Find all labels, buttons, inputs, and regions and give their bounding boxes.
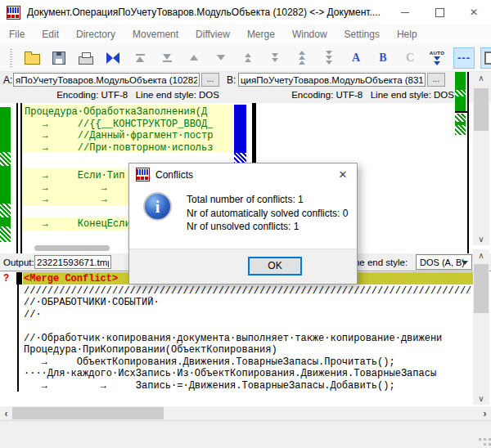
conflict-marker: ? xyxy=(3,273,9,284)
merge-scroll-down-arrow-icon[interactable]: ∨ xyxy=(473,392,489,405)
dialog-close-icon: ✕ xyxy=(339,168,348,181)
select-a-button[interactable]: A xyxy=(345,47,367,69)
menu-file[interactable]: File xyxy=(9,29,25,40)
merge-summary-line xyxy=(17,272,19,392)
file-a-browse-button[interactable]: ... xyxy=(201,73,219,87)
minimize-icon xyxy=(401,12,409,13)
diff-scrollbar-thumb[interactable] xyxy=(474,88,489,131)
bowtie-icon xyxy=(106,52,119,64)
select-b-button[interactable]: B xyxy=(372,47,394,69)
pane-a-line: → //Данный·фрагмент·постр xyxy=(25,130,232,141)
merge-vertical-scrollbar[interactable]: ∧ ∨ xyxy=(473,249,489,405)
close-button[interactable]: ✕ xyxy=(457,1,491,25)
maximize-icon xyxy=(435,8,444,17)
pane-a-border-line xyxy=(16,103,18,253)
auto-solve-button[interactable]: AUTO xyxy=(426,47,448,69)
minimize-button[interactable] xyxy=(388,1,422,25)
whitespace-dots-icon: --- xyxy=(457,54,471,62)
dialog-close-button[interactable]: ✕ xyxy=(329,164,357,186)
white-square-icon xyxy=(484,52,491,65)
menu-movement[interactable]: Movement xyxy=(133,29,178,40)
merge-line: → ОбъектКопирования.Движения.ТоварныеЗап… xyxy=(24,356,471,368)
select-c-button[interactable]: C xyxy=(399,47,421,69)
merge-line: ····Для·каждого·ИсхЗапись·Из·ОбъектКопир… xyxy=(24,368,471,379)
output-label: Output: xyxy=(3,258,34,267)
output-filename-input[interactable] xyxy=(34,255,111,269)
merge-scrollbar-thumb[interactable] xyxy=(474,264,489,313)
show-whitespace-characters-toggle[interactable]: --- xyxy=(453,47,475,69)
select-c-icon: C xyxy=(406,52,414,65)
file-a-input[interactable] xyxy=(13,73,200,87)
toolbar: A B C AUTO --- » xyxy=(0,44,491,72)
dialog-footer: OK xyxy=(129,249,357,284)
save-button[interactable] xyxy=(48,47,70,69)
goto-last-delta-button[interactable] xyxy=(156,47,178,69)
merge-line: ////////////////////////////////////////… xyxy=(24,285,471,297)
diff-horizontal-scrollbar-thumb[interactable] xyxy=(34,245,110,251)
info-icon: i xyxy=(143,192,172,221)
last-delta-icon xyxy=(163,54,172,62)
menu-edit[interactable]: Edit xyxy=(42,29,59,40)
conflicts-dialog: Conflicts ✕ i Total number of conflicts:… xyxy=(128,163,358,284)
prev-conflict-button[interactable] xyxy=(237,47,259,69)
prev-unsolved-conflict-button[interactable] xyxy=(291,47,313,69)
scroll-left-arrow-icon[interactable]: ‹ xyxy=(0,406,12,420)
file-a-encoding-label: Encoding: UTF-8 Line end style: DOS xyxy=(0,90,219,100)
file-b-browse-button[interactable]: ... xyxy=(427,73,445,87)
menu-settings[interactable]: Settings xyxy=(345,29,380,40)
file-a-label: A: xyxy=(3,74,12,86)
dialog-line-total: Total number of conflicts: 1 xyxy=(187,193,348,207)
kdiff3-app-icon xyxy=(7,6,20,20)
scroll-right-arrow-icon[interactable]: › xyxy=(479,406,491,420)
prev-unsolved-conflict-icon xyxy=(299,51,305,65)
merge-horizontal-scrollbar[interactable]: ‹ › xyxy=(0,406,491,420)
status-bar xyxy=(0,420,491,448)
menu-merge[interactable]: Merge xyxy=(247,29,275,40)
menu-window[interactable]: Window xyxy=(292,29,327,40)
resize-grip[interactable] xyxy=(479,438,481,441)
next-unsolved-conflict-icon xyxy=(326,51,332,65)
prev-delta-button[interactable] xyxy=(183,47,205,69)
diff-vertical-scrollbar[interactable]: ∧ ∨ xyxy=(473,72,489,245)
menu-directory[interactable]: Directory xyxy=(76,29,115,40)
goto-current-delta-button[interactable] xyxy=(102,47,124,69)
merge-scroll-up-arrow-icon[interactable]: ∧ xyxy=(473,249,489,262)
merge-line: //·ОБРАБОТЧИКИ·СОБЫТИЙ· xyxy=(24,297,471,308)
merge-output-pane: ? <Merge Conflict> /////////////////////… xyxy=(0,271,491,407)
next-conflict-button[interactable] xyxy=(264,47,286,69)
kdiff3-dialog-icon xyxy=(136,168,150,181)
pane-a-line: → //При·повторном·использ xyxy=(25,142,232,154)
file-b-input[interactable] xyxy=(238,73,426,87)
pane-a-line: → //{{__КОНСТРУКТОР_ВВОД_ xyxy=(25,119,232,130)
dropdown-caret-icon xyxy=(462,261,468,265)
select-b-icon: B xyxy=(379,52,386,65)
ok-button[interactable]: OK xyxy=(248,257,302,276)
pane-a-border-line2 xyxy=(20,103,22,253)
next-delta-button[interactable] xyxy=(210,47,232,69)
show-whitespace-toggle[interactable] xyxy=(480,47,491,69)
toolbar-drag-handle[interactable] xyxy=(10,49,12,67)
printer-icon xyxy=(79,56,93,65)
open-folder-icon xyxy=(25,54,40,65)
merge-line: → → Запись·=·Движения.ТоварныеЗапасы.Доб… xyxy=(24,380,471,392)
scroll-down-arrow-icon[interactable]: ∨ xyxy=(473,233,489,245)
merge-line: //·Обработчик·копирования·документа·выпо… xyxy=(24,333,471,344)
next-unsolved-conflict-button[interactable] xyxy=(318,47,340,69)
goto-first-delta-button[interactable] xyxy=(129,47,151,69)
select-a-icon: A xyxy=(352,52,360,65)
first-delta-icon xyxy=(136,54,145,62)
file-selector-row: A: ... B: ... xyxy=(0,72,491,88)
line-end-style-select[interactable]: DOS (A, B) xyxy=(416,254,472,270)
kdiff3-window: Документ.ОперацияПоУчетуТоваров.МодульОб… xyxy=(0,0,491,448)
next-conflict-icon xyxy=(272,53,278,62)
menu-diffview[interactable]: Diffview xyxy=(196,29,230,40)
merge-line: //· xyxy=(24,309,471,320)
print-button[interactable] xyxy=(75,47,97,69)
open-button[interactable] xyxy=(21,47,43,69)
dialog-message: Total number of conflicts: 1 Nr of autom… xyxy=(187,193,348,234)
save-floppy-icon xyxy=(52,52,65,65)
menu-help[interactable]: Help xyxy=(397,29,417,40)
merge-hscrollbar-thumb[interactable] xyxy=(12,407,164,419)
scroll-up-arrow-icon[interactable]: ∧ xyxy=(473,72,489,84)
maximize-button[interactable] xyxy=(422,1,457,25)
